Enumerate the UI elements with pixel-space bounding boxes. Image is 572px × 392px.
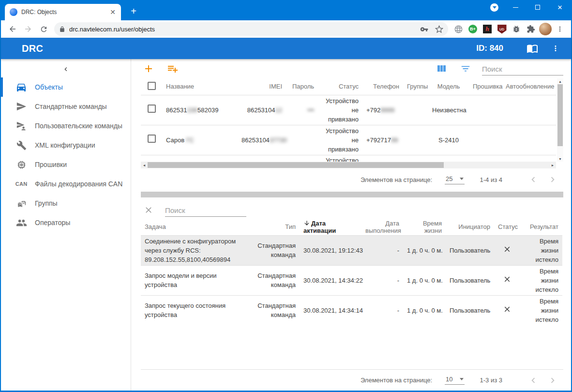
prev-page-button[interactable]	[526, 172, 541, 187]
sidebar-item-xml-configs[interactable]: XML конфигурации	[1, 136, 131, 155]
col-header-model[interactable]: Модель	[428, 78, 469, 95]
sidebar-item-user-commands[interactable]: Пользовательские команды	[1, 116, 131, 136]
minimize-button[interactable]	[504, 0, 527, 15]
reload-icon[interactable]	[37, 22, 50, 36]
back-icon[interactable]	[6, 22, 19, 36]
url-text[interactable]: drc.navtelecom.ru/user/objects	[69, 26, 420, 33]
maximize-button[interactable]	[527, 0, 549, 15]
page-range: 1-3 из 3	[480, 377, 502, 384]
status-cell: Устройство не привязано	[318, 125, 362, 155]
panel-splitter[interactable]	[141, 192, 563, 197]
tasks-search-input[interactable]	[165, 205, 246, 216]
next-page-button[interactable]	[545, 373, 560, 388]
objects-search[interactable]	[482, 64, 563, 75]
col-header-status[interactable]: Статус	[318, 78, 362, 95]
app-header: DRC ID: 840	[1, 38, 571, 59]
tab-search-icon[interactable]	[490, 3, 498, 12]
new-tab-button[interactable]: +	[128, 6, 139, 16]
horizontal-scrollbar[interactable]: ◄ ►	[141, 162, 556, 168]
col-header-task[interactable]: Задача	[141, 219, 253, 235]
dropdown-caret-icon	[460, 378, 464, 382]
sidebar-item-operators[interactable]: Операторы	[1, 213, 131, 232]
col-header-lifetime[interactable]: Время жизни	[403, 219, 446, 235]
object-row[interactable]: Саров ГС 8625310437730 Устройство не при…	[141, 125, 556, 155]
scroll-left-icon[interactable]: ◄	[141, 162, 148, 168]
col-header-result[interactable]: Результат	[520, 219, 562, 235]
page-size-select[interactable]: 10	[445, 376, 464, 385]
profile-avatar[interactable]	[539, 23, 552, 35]
col-header-phone[interactable]: Телефон	[362, 78, 403, 95]
col-header-activation-sorted[interactable]: Дата активации	[300, 219, 361, 235]
col-header-firmware[interactable]: Прошивка	[469, 78, 502, 95]
tasks-header-row: Задача Тип Дата активации Дата выполнени…	[141, 219, 562, 235]
scroll-right-icon[interactable]: ►	[549, 162, 556, 168]
vehicle-group-icon	[15, 198, 27, 209]
objects-search-input[interactable]	[482, 64, 563, 75]
col-header-type[interactable]: Тип	[253, 219, 300, 235]
columns-view-button[interactable]	[434, 61, 449, 76]
task-row[interactable]: Запрос текущего состояния устройства Ста…	[141, 295, 562, 325]
docs-book-icon[interactable]	[525, 41, 540, 56]
extensions-puzzle-icon[interactable]	[525, 23, 537, 35]
close-button[interactable]: ✕	[549, 0, 571, 15]
sidebar-item-label: Пользовательские команды	[35, 122, 122, 130]
tasks-paginator: Элементов на странице: 10 1-3 из 3	[141, 369, 563, 391]
col-header-imei[interactable]: IMEI	[238, 78, 286, 95]
scroll-up-icon[interactable]: ▲	[557, 78, 563, 84]
filter-button[interactable]	[458, 61, 473, 76]
bug-extension-icon[interactable]	[510, 23, 523, 35]
sidebar-item-label: Файлы декодирования CAN	[35, 180, 122, 188]
bookmark-star-icon[interactable]	[435, 25, 443, 33]
vertical-scroll-thumb[interactable]	[557, 84, 563, 146]
close-tasks-panel-button[interactable]	[141, 202, 156, 218]
col-header-completion[interactable]: Дата выполнения	[361, 219, 403, 235]
scroll-down-icon[interactable]: ▼	[557, 156, 563, 162]
col-header-status[interactable]: Статус	[494, 219, 520, 235]
col-header-autoupdate[interactable]: Автообновление	[502, 78, 556, 95]
sidebar-item-label: Группы	[35, 199, 58, 207]
add-object-button[interactable]	[141, 61, 156, 76]
task-failed-icon	[494, 295, 520, 325]
address-bar[interactable]: drc.navtelecom.ru/user/objects	[54, 22, 448, 36]
sidebar-item-objects[interactable]: Объекты	[1, 77, 131, 97]
chevron-left-icon	[62, 65, 70, 73]
object-row[interactable]: 862531239582039 8625310412 ••• Устройств…	[141, 95, 556, 125]
row-checkbox[interactable]	[148, 135, 156, 143]
tasks-search[interactable]	[165, 205, 246, 217]
sidebar-item-firmwares[interactable]: Прошивки	[1, 155, 131, 174]
sidebar-item-label: Прошивки	[35, 161, 67, 168]
sidebar-collapse-button[interactable]	[1, 61, 131, 77]
forward-icon[interactable]	[21, 22, 35, 36]
col-header-groups[interactable]: Группы	[403, 78, 428, 95]
browser-titlebar: DRC: Objects ✕ + ✕	[1, 0, 571, 20]
status-cell: Устройство	[318, 155, 362, 162]
page-size-select[interactable]: 25	[445, 175, 464, 184]
tab-close-icon[interactable]: ✕	[108, 8, 117, 16]
sidebar-item-can-files[interactable]: CAN Файлы декодирования CAN	[1, 174, 131, 194]
vertical-scrollbar[interactable]: ▲ ▼	[557, 78, 563, 162]
horizontal-scroll-thumb[interactable]	[148, 162, 444, 168]
col-header-name[interactable]: Название	[162, 78, 238, 95]
task-row[interactable]: Соединение с конфигуратором через службу…	[141, 235, 562, 265]
bplus-extension-icon[interactable]: B+	[467, 23, 479, 35]
add-multiple-objects-button[interactable]	[165, 61, 181, 76]
globe-extension-icon[interactable]	[452, 23, 465, 35]
object-row[interactable]: Устройство	[141, 155, 556, 162]
browser-menu-icon[interactable]	[554, 23, 566, 35]
sidebar-item-label: Стандартные команды	[35, 103, 107, 110]
col-header-password[interactable]: Пароль	[286, 78, 318, 95]
select-all-checkbox[interactable]	[148, 82, 156, 90]
browser-tab[interactable]: DRC: Objects ✕	[5, 4, 121, 20]
sidebar-item-standard-commands[interactable]: Стандартные команды	[1, 97, 131, 116]
row-checkbox[interactable]	[148, 105, 156, 113]
prev-page-button[interactable]	[526, 373, 541, 388]
task-row[interactable]: Запрос модели и версии устройства Станда…	[141, 265, 562, 295]
h-extension-icon[interactable]: h	[481, 23, 494, 35]
col-header-initiator[interactable]: Инициатор	[446, 219, 494, 235]
password-key-icon[interactable]	[420, 25, 428, 33]
sidebar-item-groups[interactable]: Группы	[1, 194, 131, 213]
ublock-shield-extension-icon[interactable]: UD	[496, 23, 508, 35]
sidebar-item-label: XML конфигурации	[35, 141, 95, 149]
next-page-button[interactable]	[545, 172, 560, 187]
app-menu-dots-icon[interactable]	[548, 41, 563, 56]
